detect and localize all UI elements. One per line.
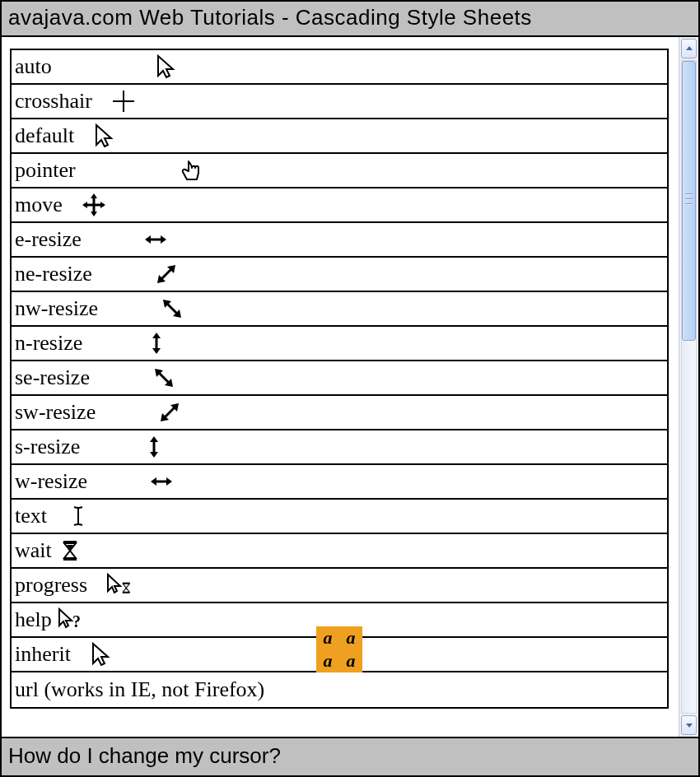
cursor-nwse-resize-icon	[156, 292, 189, 325]
cursor-row[interactable]: text	[12, 500, 667, 534]
cursor-row[interactable]: n-resize	[12, 327, 667, 361]
page-content: autocrosshairdefaultpointermovee-resizen…	[2, 37, 679, 737]
cursor-move-icon	[77, 188, 110, 221]
cursor-row[interactable]: w-resize	[12, 465, 667, 500]
cursor-row[interactable]: move	[12, 188, 667, 223]
cursor-row[interactable]: default	[12, 119, 667, 154]
cursor-label: default	[15, 123, 74, 148]
cursor-wait-icon	[54, 534, 86, 567]
cursor-progress-icon	[102, 569, 135, 602]
cursor-row[interactable]: e-resize	[12, 223, 667, 258]
cursor-label: progress	[15, 573, 87, 598]
status-bar: How do I change my cursor?	[2, 737, 698, 775]
cursor-nesw-resize-icon	[150, 258, 183, 291]
cursor-label: sw-resize	[15, 400, 96, 425]
scroll-up-button[interactable]	[681, 39, 697, 58]
cursor-ns-resize-icon	[140, 327, 173, 360]
cursor-row[interactable]: wait	[12, 534, 667, 569]
cursor-help-icon	[54, 603, 86, 636]
scrollbar-track[interactable]	[681, 60, 697, 714]
cursor-row[interactable]: progress	[12, 569, 667, 603]
cursor-row[interactable]: url (works in IE, not Firefox)	[12, 672, 667, 707]
cursor-default-icon	[89, 119, 122, 152]
cursor-label: help	[15, 607, 52, 632]
scrollbar-thumb[interactable]	[682, 61, 696, 341]
cursor-label: pointer	[15, 158, 76, 183]
cursor-label: text	[15, 504, 47, 528]
cursor-style-table: autocrosshairdefaultpointermovee-resizen…	[10, 49, 669, 709]
cursor-label: s-resize	[15, 435, 80, 459]
cursor-nwse-resize-icon	[147, 361, 180, 394]
cursor-default-icon	[151, 50, 184, 83]
cursor-ns-resize-icon	[138, 430, 170, 463]
cursor-nesw-resize-icon	[153, 396, 186, 429]
cursor-crosshair-icon	[107, 85, 140, 118]
scroll-down-button[interactable]	[681, 715, 697, 735]
cursor-pointer-icon	[175, 154, 208, 187]
cursor-default-icon	[86, 638, 119, 671]
cursor-label: move	[15, 193, 63, 217]
cursor-row[interactable]: nw-resize	[12, 292, 667, 327]
cursor-label: e-resize	[15, 227, 82, 252]
cursor-row[interactable]: sw-resize	[12, 396, 667, 430]
cursor-row[interactable]: pointer	[12, 154, 667, 188]
cursor-row[interactable]: inheritaaaa	[12, 638, 667, 672]
cursor-row[interactable]: se-resize	[12, 361, 667, 396]
cursor-label: crosshair	[15, 89, 92, 114]
cursor-label: w-resize	[15, 469, 87, 494]
cursor-label: ne-resize	[15, 262, 92, 286]
cursor-row[interactable]: crosshair	[12, 85, 667, 119]
content-area: autocrosshairdefaultpointermovee-resizen…	[2, 37, 698, 737]
cursor-label: nw-resize	[15, 296, 98, 321]
cursor-text-icon	[62, 500, 95, 533]
cursor-label: auto	[15, 54, 52, 79]
vertical-scrollbar[interactable]	[679, 37, 698, 737]
cursor-label: wait	[15, 538, 52, 563]
cursor-label: url (works in IE, not Firefox)	[15, 677, 264, 702]
cursor-ew-resize-icon	[139, 223, 172, 256]
browser-window: avajava.com Web Tutorials - Cascading St…	[0, 0, 700, 777]
cursor-ew-resize-icon	[145, 465, 178, 498]
cursor-label: n-resize	[15, 331, 82, 356]
window-title: avajava.com Web Tutorials - Cascading St…	[2, 2, 698, 37]
custom-cursor-badge-icon: aaaa	[316, 626, 362, 672]
cursor-row[interactable]: auto	[12, 50, 667, 85]
cursor-row[interactable]: ne-resize	[12, 258, 667, 292]
cursor-row[interactable]: s-resize	[12, 430, 667, 465]
cursor-label: se-resize	[15, 365, 90, 390]
cursor-label: inherit	[15, 642, 71, 667]
